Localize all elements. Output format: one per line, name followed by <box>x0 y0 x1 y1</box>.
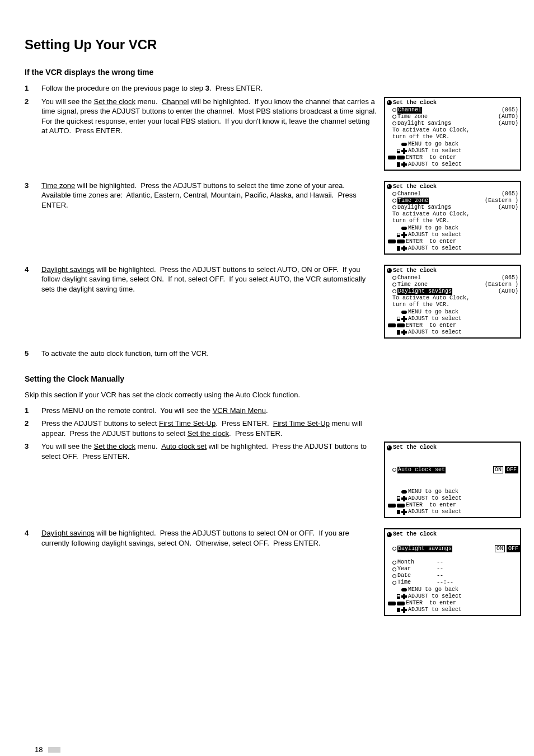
dpad-icon <box>401 509 407 515</box>
footer-block-icon <box>48 747 60 753</box>
step-text: Time zone will be highlighted. Press the… <box>41 181 377 210</box>
adjust-pad-icon <box>397 608 400 612</box>
dpad-icon <box>401 607 407 613</box>
osd-screen-daylight: Set the clock Channel(065) Time zone(Eas… <box>384 265 521 339</box>
page-title: Setting Up Your VCR <box>25 36 509 54</box>
dpad-icon <box>401 496 407 501</box>
enter-button-icon <box>397 240 405 243</box>
enter-button-icon <box>388 156 396 159</box>
step-row: 2 You will see the Set the clock menu. C… <box>25 97 509 177</box>
menu-button-icon <box>401 588 407 591</box>
clock-icon <box>387 532 392 537</box>
step-row: 3 Time zone will be highlighted. Press t… <box>25 181 509 261</box>
clock-icon <box>387 268 392 273</box>
dpad-icon <box>401 246 407 251</box>
step-row: 2 Press the ADJUST buttons to select Fir… <box>25 419 509 438</box>
enter-button-icon <box>388 602 396 605</box>
dpad-icon <box>401 594 407 599</box>
step-row: 3 You will see the Set the clock menu. A… <box>25 442 509 525</box>
osd-screen-timezone: Set the clock Channel(065) Time zone(Eas… <box>384 181 521 255</box>
step-number: 3 <box>25 181 41 191</box>
menu-button-icon <box>401 227 407 230</box>
step-number: 2 <box>25 97 41 107</box>
osd-screen-manual-fields: Set the clock Daylight savings ON OFF Mo… <box>384 528 521 616</box>
on-off-toggle: ON OFF <box>495 545 520 552</box>
step-row: 4 Daylight savings will be highlighted. … <box>25 265 509 345</box>
enter-button-icon <box>397 504 405 508</box>
dpad-icon <box>401 316 407 322</box>
adjust-pad-icon <box>397 246 400 251</box>
menu-button-icon <box>401 490 407 494</box>
adjust-pad-icon <box>397 149 400 153</box>
step-number: 1 <box>25 83 41 93</box>
enter-button-icon <box>388 240 396 243</box>
adjust-pad-icon <box>397 510 400 514</box>
menu-button-icon <box>401 311 407 314</box>
on-off-toggle: ON OFF <box>493 466 518 473</box>
enter-button-icon <box>388 504 396 508</box>
adjust-pad-icon <box>397 317 400 321</box>
manual-intro: Skip this section if your VCR has set th… <box>25 390 509 400</box>
adjust-pad-icon <box>397 330 400 335</box>
dpad-icon <box>401 162 407 167</box>
wrong-time-heading: If the VCR displays the wrong time <box>25 67 509 78</box>
step-number: 4 <box>25 265 41 275</box>
adjust-pad-icon <box>397 233 400 237</box>
enter-button-icon <box>397 323 405 327</box>
dpad-icon <box>401 330 407 335</box>
step-row: 4 Daylight savings will be highlighted. … <box>25 528 509 623</box>
adjust-pad-icon <box>397 496 400 501</box>
adjust-pad-icon <box>397 594 400 599</box>
step-text: Daylight savings will be highlighted. Pr… <box>41 528 377 548</box>
dpad-icon <box>401 232 407 238</box>
clock-icon <box>387 184 392 189</box>
manual-heading: Setting the Clock Manually <box>25 374 509 384</box>
step-text: You will see the Set the clock menu. Aut… <box>41 442 377 461</box>
step-number: 1 <box>25 406 41 416</box>
step-row: 1 Follow the procedure on the previous p… <box>25 83 509 93</box>
enter-button-icon <box>397 602 405 605</box>
page-footer: 18 <box>35 745 60 755</box>
step-text: Press MENU on the remote control. You wi… <box>41 406 377 416</box>
step-number: 2 <box>25 419 41 429</box>
adjust-pad-icon <box>397 162 400 167</box>
step-row: 1 Press MENU on the remote control. You … <box>25 406 509 416</box>
step-number: 4 <box>25 528 41 538</box>
step-text: Press the ADJUST buttons to select First… <box>41 419 377 438</box>
step-number: 3 <box>25 442 41 452</box>
dpad-icon <box>401 148 407 154</box>
osd-screen-auto-clock-set: Set the clock Auto clock set ON OFF MENU… <box>384 442 521 518</box>
menu-button-icon <box>401 143 407 146</box>
enter-button-icon <box>388 323 396 327</box>
step-text: Follow the procedure on the previous pag… <box>41 83 377 93</box>
step-text: To activate the auto clock function, tur… <box>41 349 377 359</box>
step-text: Daylight savings will be highlighted. Pr… <box>41 265 377 294</box>
step-row: 5 To activate the auto clock function, t… <box>25 349 509 359</box>
step-number: 5 <box>25 349 41 359</box>
clock-icon <box>387 100 392 105</box>
page-number: 18 <box>35 745 43 755</box>
step-text: You will see the Set the clock menu. Cha… <box>41 97 377 136</box>
osd-screen-channel: Set the clock Channel(065) Time zone(AUT… <box>384 97 521 171</box>
enter-button-icon <box>397 156 405 159</box>
clock-icon <box>387 445 392 450</box>
